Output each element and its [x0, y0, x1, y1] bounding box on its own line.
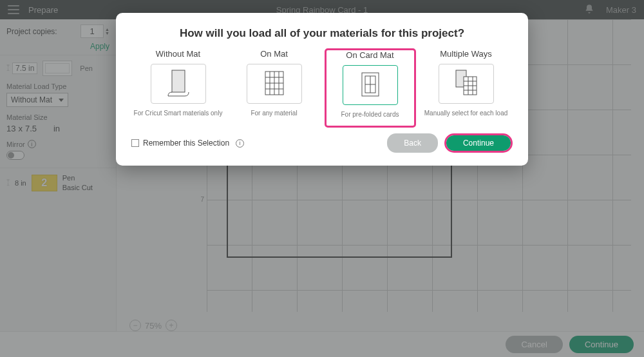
svg-rect-9 — [172, 70, 185, 92]
without-mat-icon — [151, 64, 206, 104]
dialog-back-button[interactable]: Back — [387, 133, 438, 153]
multiple-ways-icon — [439, 64, 494, 104]
option-desc: For Cricut Smart materials only — [134, 109, 223, 124]
checkbox-icon — [131, 139, 139, 147]
load-materials-dialog: How will you load all of your materials … — [116, 13, 528, 166]
remember-label: Remember this Selection — [143, 139, 229, 148]
option-without-mat[interactable]: Without Mat For Cricut Smart materials o… — [133, 49, 223, 127]
info-icon[interactable]: i — [236, 139, 244, 148]
remember-selection-checkbox[interactable]: Remember this Selection i — [131, 139, 244, 148]
option-multiple-ways[interactable]: Multiple Ways Manually select for each l… — [421, 49, 511, 127]
option-title: On Card Mat — [346, 50, 393, 60]
on-card-mat-icon — [343, 65, 398, 105]
option-title: Without Mat — [156, 49, 200, 59]
option-on-mat[interactable]: On Mat For any material — [229, 49, 319, 127]
option-title: Multiple Ways — [440, 49, 491, 59]
on-mat-icon — [247, 64, 302, 104]
option-desc: For pre-folded cards — [341, 110, 399, 126]
option-on-card-mat[interactable]: On Card Mat For pre-folded cards — [325, 49, 415, 127]
dialog-continue-button[interactable]: Continue — [446, 135, 511, 151]
option-desc: Manually select for each load — [424, 109, 508, 124]
continue-highlight: Continue — [444, 133, 513, 153]
option-desc: For any material — [251, 109, 297, 124]
dialog-heading: How will you load all of your materials … — [131, 27, 513, 40]
option-title: On Mat — [260, 49, 288, 59]
